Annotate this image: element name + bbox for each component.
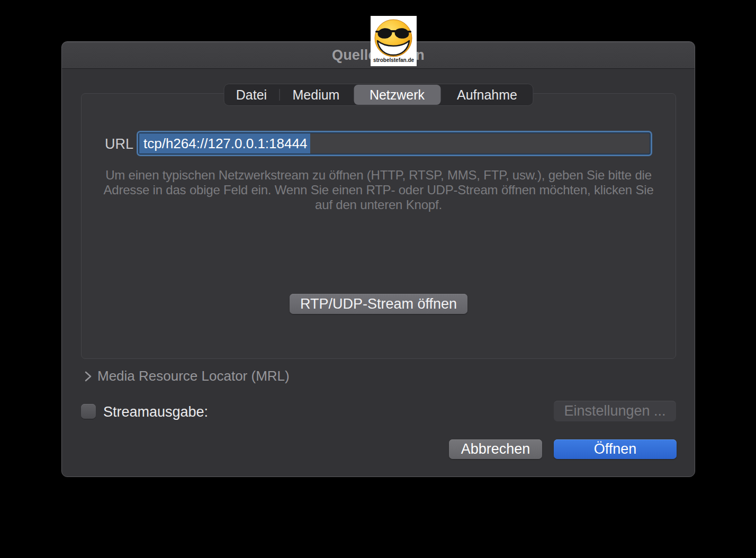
watermark-text: strobelstefan.de (373, 57, 414, 63)
mrl-label: Media Resource Locator (MRL) (97, 368, 290, 384)
url-input-selected-text: tcp/h264://127.0.0.1:18444 (139, 133, 310, 154)
tab-netzwerk[interactable]: Netzwerk (354, 85, 440, 105)
network-tab-panel: URL tcp/h264://127.0.0.1:18444 Um einen … (81, 93, 676, 359)
disclosure-chevron-icon (84, 370, 92, 383)
settings-button-label: Einstellungen ... (564, 403, 665, 419)
smiley-sunglasses-icon (371, 16, 417, 60)
url-input[interactable]: tcp/h264://127.0.0.1:18444 (137, 131, 652, 156)
cancel-button[interactable]: Abbrechen (449, 439, 542, 459)
url-label: URL (105, 136, 133, 152)
open-button[interactable]: Öffnen (554, 439, 677, 459)
tab-datei[interactable]: Datei (224, 85, 279, 105)
stream-output-checkbox[interactable] (81, 404, 96, 419)
tab-aufnahme[interactable]: Aufnahme (442, 85, 533, 105)
source-type-tabbar: Datei Medium Netzwerk Aufnahme (223, 84, 533, 106)
watermark-logo: strobelstefan.de (371, 16, 417, 66)
mrl-disclosure[interactable]: Media Resource Locator (MRL) (84, 368, 290, 384)
tab-medium[interactable]: Medium (280, 85, 353, 105)
rtp-udp-stream-button-label: RTP/UDP-Stream öffnen (300, 296, 457, 312)
network-help-text: Um einen typischen Netzwerkstream zu öff… (101, 168, 656, 212)
rtp-udp-stream-button[interactable]: RTP/UDP-Stream öffnen (290, 294, 467, 314)
cancel-button-label: Abbrechen (461, 441, 530, 457)
settings-button[interactable]: Einstellungen ... (554, 401, 676, 421)
stream-output-label: Streamausgabe: (103, 404, 208, 420)
open-source-dialog: Quelle öffnen Datei Medium Netzwerk Aufn… (61, 41, 695, 477)
open-button-label: Öffnen (594, 441, 637, 457)
